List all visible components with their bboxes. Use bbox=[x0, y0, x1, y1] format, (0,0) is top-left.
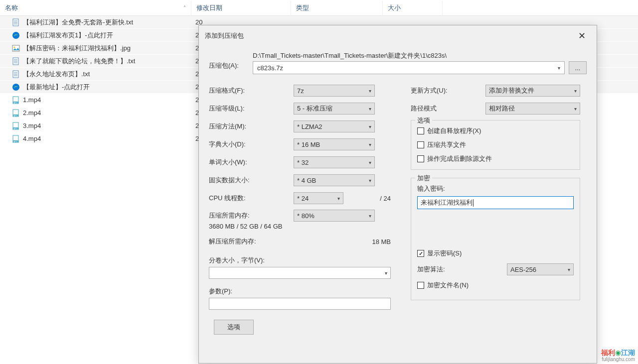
sort-icon: ˄ bbox=[183, 5, 186, 10]
add-to-archive-dialog: 添加到压缩包 ✕ 压缩包(A): D:\Tmall_Tickets-master… bbox=[198, 25, 597, 364]
encrypt-group: 加密 输入密码: 来福利江湖找福利 显示密码(S) 加密算法:AES-256▾ … bbox=[411, 178, 580, 300]
file-name: 4.mp4 bbox=[23, 135, 41, 142]
mem-detail: 3680 MB / 52 GB / 64 GB bbox=[209, 223, 391, 230]
file-name: 【福利江湖】全免费-无套路-更新快.txt bbox=[23, 18, 133, 27]
enc-method-combo[interactable]: AES-256▾ bbox=[507, 263, 574, 275]
edge-icon bbox=[12, 31, 20, 39]
svg-text:MP4: MP4 bbox=[13, 101, 18, 104]
header-size[interactable]: 大小 bbox=[383, 0, 443, 15]
column-headers: 名称˄ 修改日期 类型 大小 bbox=[0, 0, 638, 16]
shared-checkbox[interactable] bbox=[417, 141, 424, 148]
archive-path: D:\Tmall_Tickets-master\Tmall_Tickets-ma… bbox=[253, 51, 587, 60]
mp4-icon: MP4 bbox=[12, 135, 20, 143]
svg-point-15 bbox=[12, 84, 19, 91]
header-name[interactable]: 名称˄ bbox=[0, 0, 191, 15]
txt-icon bbox=[12, 18, 20, 26]
options-button[interactable]: 选项 bbox=[214, 320, 254, 335]
watermark: 福利◉江湖 fulijianghu.com bbox=[601, 349, 635, 362]
file-name: 1.mp4 bbox=[23, 96, 41, 104]
method-combo[interactable]: * LZMA2▾ bbox=[294, 121, 375, 132]
sfx-checkbox[interactable] bbox=[417, 127, 424, 134]
solid-label: 固实数据大小: bbox=[209, 176, 294, 185]
edge-icon bbox=[12, 83, 20, 91]
cpu-combo[interactable]: * 24▾ bbox=[294, 192, 343, 204]
svg-text:MP4: MP4 bbox=[13, 127, 18, 129]
solid-combo[interactable]: * 4 GB▾ bbox=[294, 174, 375, 186]
split-label: 分卷大小，字节(V): bbox=[209, 256, 391, 265]
word-combo[interactable]: * 32▾ bbox=[294, 156, 375, 168]
dict-label: 字典大小(D): bbox=[209, 140, 294, 149]
chevron-down-icon: ▾ bbox=[558, 65, 560, 71]
mem-combo[interactable]: * 80%▾ bbox=[294, 210, 375, 222]
header-date[interactable]: 修改日期 bbox=[191, 0, 291, 15]
svg-point-4 bbox=[12, 32, 19, 39]
decomp-value: 18 MB bbox=[372, 238, 391, 245]
word-label: 单词大小(W): bbox=[209, 158, 294, 167]
params-input[interactable] bbox=[209, 298, 391, 310]
svg-text:MP4: MP4 bbox=[13, 114, 18, 117]
options-group: 选项 创建自释放程序(X) 压缩共享文件 操作完成后删除源文件 bbox=[411, 120, 580, 170]
dialog-titlebar: 添加到压缩包 ✕ bbox=[199, 25, 597, 46]
svg-text:MP4: MP4 bbox=[13, 140, 18, 142]
file-name: 【解压密码：来福利江湖找福利】.jpg bbox=[23, 44, 131, 53]
mp4-icon: MP4 bbox=[12, 109, 20, 117]
split-combo[interactable]: ▾ bbox=[209, 267, 391, 279]
svg-point-6 bbox=[14, 46, 15, 48]
file-name: 【福利江湖发布页1】-点此打开 bbox=[23, 31, 113, 40]
pathmode-label: 路径模式 bbox=[411, 104, 485, 113]
file-name: 【来了就能下载的论坛，纯免费！】.txt bbox=[23, 57, 135, 66]
mp4-icon: MP4 bbox=[12, 122, 20, 130]
update-label: 更新方式(U): bbox=[411, 86, 485, 95]
cpu-label: CPU 线程数: bbox=[209, 194, 294, 203]
params-label: 参数(P): bbox=[209, 287, 391, 296]
file-name: 3.mp4 bbox=[23, 122, 41, 129]
pathmode-combo[interactable]: 相对路径▾ bbox=[485, 103, 580, 115]
enc-method-label: 加密算法: bbox=[417, 265, 507, 274]
format-combo[interactable]: 7z▾ bbox=[294, 85, 375, 97]
svg-rect-5 bbox=[12, 45, 19, 51]
dialog-title-text: 添加到压缩包 bbox=[205, 31, 244, 40]
delete-checkbox[interactable] bbox=[417, 155, 424, 162]
update-combo[interactable]: 添加并替换文件▾ bbox=[485, 85, 580, 97]
close-icon[interactable]: ✕ bbox=[573, 29, 591, 42]
pw-label: 输入密码: bbox=[417, 184, 574, 193]
mp4-icon: MP4 bbox=[12, 96, 20, 104]
mem-label: 压缩所需内存: bbox=[209, 211, 294, 220]
txt-icon bbox=[12, 70, 20, 78]
file-name: 【永久地址发布页】.txt bbox=[23, 70, 90, 79]
txt-icon bbox=[12, 57, 20, 65]
decomp-label: 解压缩所需内存: bbox=[209, 237, 294, 246]
header-type[interactable]: 类型 bbox=[291, 0, 383, 15]
archive-name-combo[interactable]: c823s.7z ▾ bbox=[253, 61, 565, 74]
img-icon bbox=[12, 44, 20, 52]
dict-combo[interactable]: * 16 MB▾ bbox=[294, 138, 375, 150]
show-password-checkbox[interactable] bbox=[417, 250, 424, 257]
browse-button[interactable]: ... bbox=[569, 61, 587, 74]
enc-names-checkbox[interactable] bbox=[417, 282, 424, 289]
cpu-total: / 24 bbox=[380, 195, 391, 202]
method-label: 压缩方法(M): bbox=[209, 122, 294, 131]
level-label: 压缩等级(L): bbox=[209, 104, 294, 113]
file-name: 2.mp4 bbox=[23, 109, 41, 117]
archive-label: 压缩包(A): bbox=[209, 51, 248, 70]
file-name: 【最新地址】-点此打开 bbox=[23, 83, 90, 92]
format-label: 压缩格式(F): bbox=[209, 86, 294, 95]
password-input[interactable]: 来福利江湖找福利 bbox=[417, 196, 574, 209]
level-combo[interactable]: 5 - 标准压缩▾ bbox=[294, 103, 375, 115]
